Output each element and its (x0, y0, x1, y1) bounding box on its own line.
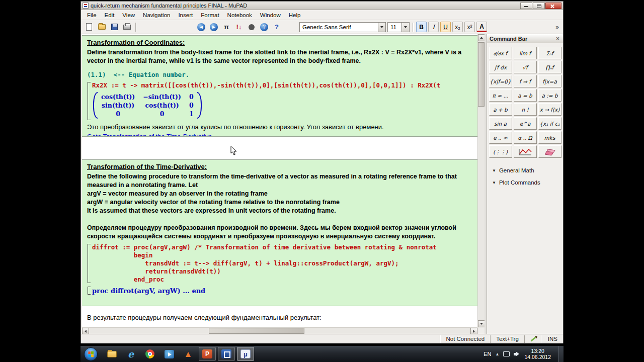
input-output-region[interactable]: Rx2X := t -> matrix([[cos(th(t)),-sin(th… (88, 81, 473, 121)
back-button[interactable]: ◄ (196, 22, 207, 33)
mupad-code-line[interactable]: return(transdVdt(t)) (92, 267, 473, 276)
titlebar[interactable]: quick-return mechanism fundamental princ… (81, 2, 563, 10)
subscript-button[interactable]: x₂ (452, 22, 463, 32)
help-button[interactable]: ? (259, 22, 270, 33)
evaluate-symbol-button[interactable]: π (221, 22, 232, 33)
cmd-limit-button[interactable]: lim f (514, 47, 537, 59)
menu-help[interactable]: Help (285, 11, 305, 19)
mupad-code-line[interactable]: end_proc (92, 276, 473, 284)
cmd-factorial-button[interactable]: n ! (514, 103, 537, 116)
menu-file[interactable]: File (83, 11, 101, 19)
print-button[interactable] (121, 22, 132, 33)
input-region[interactable]: diffrot := proc(argV,argW) /* Transforma… (88, 243, 473, 284)
network-icon[interactable] (503, 351, 510, 356)
pi-icon: π (224, 23, 229, 31)
taskbar-media-player[interactable] (160, 347, 178, 361)
cmd-constants-button[interactable]: e .. ∞ (489, 131, 512, 144)
underline-button[interactable]: U (440, 22, 451, 32)
cmd-equation-button[interactable]: a = b (514, 89, 537, 102)
cmd-sin-button[interactable]: sin a (489, 117, 512, 130)
show-desktop-button[interactable] (558, 346, 564, 362)
menu-insert[interactable]: Insert (174, 11, 197, 19)
section-label: Plot Commands (499, 179, 540, 186)
horizontal-scroll-thumb[interactable] (209, 328, 304, 334)
italic-button[interactable]: I (428, 22, 439, 32)
cmd-solve-button[interactable]: {x|f=0} (489, 75, 512, 87)
menu-view[interactable]: View (118, 11, 139, 19)
cmd-assign-button[interactable]: a := b (538, 89, 561, 102)
scroll-down-button[interactable] (478, 320, 485, 327)
section-plot-commands[interactable]: ▼ Plot Commands (487, 173, 563, 186)
mupad-code-line[interactable]: diffrot := proc(argV,argW) /* Transforma… (92, 243, 473, 251)
command-bar-close-button[interactable]: × (555, 36, 560, 42)
cmd-matrix-button[interactable]: (⋮⋮) (489, 145, 512, 158)
volume-icon[interactable] (514, 351, 520, 357)
cmd-function-button[interactable]: x → f(x) (538, 103, 561, 116)
evaluate-button[interactable]: !↓ (233, 22, 245, 33)
cmd-units-button[interactable]: mks (538, 131, 561, 144)
cmd-rewrite-button[interactable]: f ⇒ f (514, 75, 537, 87)
maximize-button[interactable] (533, 3, 545, 9)
scroll-up-button[interactable] (478, 34, 485, 41)
horizontal-scrollbar[interactable] (82, 327, 477, 334)
goto-time-derivative-link[interactable]: Goto Transformation of the Time-Derivati… (87, 133, 214, 137)
cmd-operators-button[interactable]: a + b (489, 103, 512, 116)
cmd-float-button[interactable]: π ≈ ... (489, 89, 512, 102)
russian-note-bold: Определяем процедуру преобразования прои… (87, 224, 473, 241)
cmd-piecewise-button[interactable]: {x₁ if c₁ (538, 117, 561, 130)
cmd-diff-button[interactable]: ∂/∂x f (489, 47, 512, 59)
menu-navigation[interactable]: Navigation (139, 11, 174, 19)
menu-edit[interactable]: Edit (101, 11, 119, 19)
notebook-canvas[interactable]: Transformation of Coordinates: Define tr… (82, 34, 477, 327)
cmd-plot3d-button[interactable] (538, 145, 561, 158)
bold-button[interactable]: B (416, 22, 427, 32)
russian-note: Это преобразование зависит от угла кулис… (87, 123, 473, 131)
menu-window[interactable]: Window (256, 11, 285, 19)
taskbar-blue-app[interactable] (218, 347, 235, 361)
cmd-integral-button[interactable]: ∫f dx (489, 61, 512, 73)
taskbar-internet-explorer[interactable]: e (122, 347, 139, 361)
toolbar-overflow-button[interactable]: » (555, 24, 560, 31)
taskbar-explorer[interactable] (103, 347, 120, 361)
menu-format[interactable]: Format (197, 11, 223, 19)
open-button[interactable] (96, 22, 107, 33)
taskbar-chrome[interactable] (141, 347, 158, 361)
superscript-button[interactable]: x² (464, 22, 475, 32)
close-button[interactable] (545, 3, 561, 9)
new-notebook-button[interactable] (84, 22, 95, 33)
section-general-math[interactable]: ▼ General Math (487, 161, 563, 173)
taskbar-powerpoint[interactable]: P (199, 347, 216, 361)
minimize-button[interactable] (520, 3, 532, 9)
cmd-product-button[interactable]: ∏ₙf (538, 61, 561, 73)
save-button[interactable] (109, 22, 120, 33)
open-folder-icon (98, 24, 106, 30)
hidden-icons-button[interactable]: ▲ (496, 352, 500, 356)
section-body-line: It is assumed that these vectors are exp… (87, 207, 473, 215)
chevron-down-icon (380, 26, 383, 28)
forward-button[interactable]: ► (208, 22, 219, 33)
taskbar-mupad[interactable]: µ (237, 347, 254, 361)
vertical-scroll-thumb[interactable] (478, 42, 485, 107)
cmd-sum-button[interactable]: Σₙf (538, 47, 561, 59)
cmd-sqrt-button[interactable]: √f (514, 61, 537, 73)
language-indicator[interactable]: EN (484, 351, 491, 357)
menu-notebook[interactable]: Notebook (223, 11, 256, 19)
stop-button[interactable] (246, 22, 257, 33)
taskbar-matlab[interactable]: ▲ (180, 347, 197, 361)
cmd-exp-button[interactable]: e^a (514, 117, 537, 130)
mupad-input-code[interactable]: Rx2X := t -> matrix([[cos(th(t)),-sin(th… (92, 81, 473, 89)
start-button[interactable] (84, 347, 98, 361)
command-bar-header[interactable]: Command Bar × (487, 34, 563, 43)
font-family-select[interactable]: Generic Sans Serif (299, 22, 386, 32)
mupad-code-line[interactable]: transdVdt := t--> diff(argV, t) + linalg… (92, 259, 473, 267)
vertical-scrollbar[interactable] (477, 34, 485, 327)
context-help-button[interactable]: ? (271, 22, 282, 33)
cmd-evaluate-at-button[interactable]: f|x=a (538, 75, 561, 87)
tray-clock[interactable]: 13:20 14.06.2012 (524, 348, 551, 360)
font-size-select[interactable]: 11 (387, 22, 410, 32)
cmd-plot2d-button[interactable] (514, 145, 537, 158)
cmd-greek-button[interactable]: α .. Ω (514, 131, 537, 144)
mupad-code-line[interactable]: begin (92, 251, 473, 259)
font-color-button[interactable]: A (476, 22, 487, 32)
combo-arrow[interactable] (378, 23, 385, 32)
